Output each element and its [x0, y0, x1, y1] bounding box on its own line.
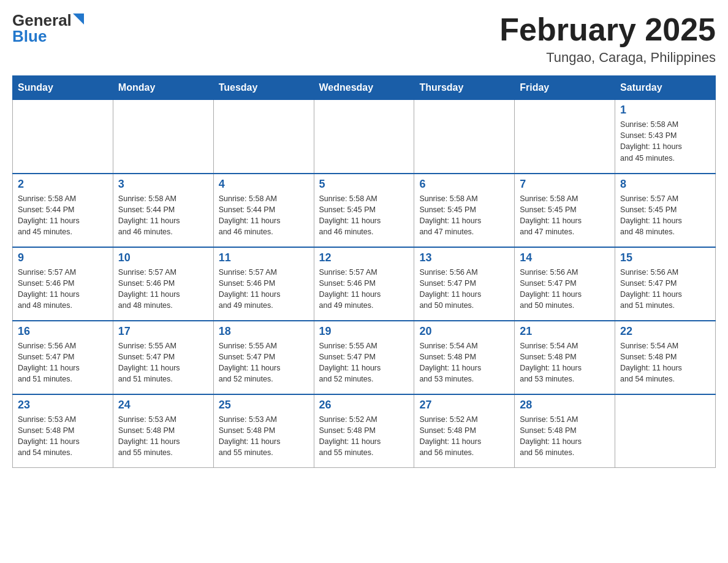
calendar-cell: [314, 100, 414, 174]
day-number: 25: [219, 399, 309, 412]
calendar-title: February 2025: [499, 12, 716, 47]
day-info: Sunrise: 5:55 AMSunset: 5:47 PMDaylight:…: [319, 340, 409, 385]
calendar-header-row: SundayMondayTuesdayWednesdayThursdayFrid…: [13, 76, 716, 100]
calendar-cell: [213, 100, 314, 174]
week-row-1: 1Sunrise: 5:58 AMSunset: 5:43 PMDaylight…: [13, 100, 716, 174]
day-info: Sunrise: 5:56 AMSunset: 5:47 PMDaylight:…: [620, 267, 710, 312]
day-info: Sunrise: 5:53 AMSunset: 5:48 PMDaylight:…: [118, 414, 208, 459]
day-number: 27: [419, 399, 509, 412]
day-info: Sunrise: 5:51 AMSunset: 5:48 PMDaylight:…: [520, 414, 610, 459]
page-header: General Blue February 2025 Tungao, Carag…: [12, 12, 716, 66]
day-number: 14: [520, 251, 610, 264]
calendar-cell: 26Sunrise: 5:52 AMSunset: 5:48 PMDayligh…: [314, 394, 414, 468]
calendar-cell: 15Sunrise: 5:56 AMSunset: 5:47 PMDayligh…: [615, 247, 716, 321]
day-number: 9: [18, 251, 108, 264]
calendar-table: SundayMondayTuesdayWednesdayThursdayFrid…: [12, 75, 716, 468]
day-number: 22: [620, 325, 710, 338]
day-number: 17: [118, 325, 208, 338]
day-info: Sunrise: 5:54 AMSunset: 5:48 PMDaylight:…: [620, 340, 710, 385]
logo-general-text: General: [12, 12, 72, 28]
calendar-cell: 20Sunrise: 5:54 AMSunset: 5:48 PMDayligh…: [414, 321, 515, 394]
week-row-3: 9Sunrise: 5:57 AMSunset: 5:46 PMDaylight…: [13, 247, 716, 321]
calendar-cell: 17Sunrise: 5:55 AMSunset: 5:47 PMDayligh…: [113, 321, 213, 394]
calendar-cell: 18Sunrise: 5:55 AMSunset: 5:47 PMDayligh…: [213, 321, 314, 394]
day-info: Sunrise: 5:52 AMSunset: 5:48 PMDaylight:…: [419, 414, 509, 459]
calendar-location: Tungao, Caraga, Philippines: [499, 50, 716, 66]
day-number: 20: [419, 325, 509, 338]
day-number: 28: [520, 399, 610, 412]
day-number: 13: [419, 251, 509, 264]
svg-marker-0: [73, 13, 84, 25]
calendar-cell: 24Sunrise: 5:53 AMSunset: 5:48 PMDayligh…: [113, 394, 213, 468]
day-number: 23: [18, 399, 108, 412]
calendar-cell: 27Sunrise: 5:52 AMSunset: 5:48 PMDayligh…: [414, 394, 515, 468]
calendar-cell: 10Sunrise: 5:57 AMSunset: 5:46 PMDayligh…: [113, 247, 213, 321]
day-number: 10: [118, 251, 208, 264]
calendar-cell: 19Sunrise: 5:55 AMSunset: 5:47 PMDayligh…: [314, 321, 414, 394]
logo: General Blue: [12, 12, 84, 44]
day-header-saturday: Saturday: [615, 76, 716, 100]
day-header-thursday: Thursday: [414, 76, 515, 100]
day-header-wednesday: Wednesday: [314, 76, 414, 100]
calendar-cell: 6Sunrise: 5:58 AMSunset: 5:45 PMDaylight…: [414, 174, 515, 247]
day-info: Sunrise: 5:58 AMSunset: 5:45 PMDaylight:…: [319, 193, 409, 238]
day-header-monday: Monday: [113, 76, 213, 100]
calendar-cell: 12Sunrise: 5:57 AMSunset: 5:46 PMDayligh…: [314, 247, 414, 321]
day-number: 3: [118, 178, 208, 191]
week-row-4: 16Sunrise: 5:56 AMSunset: 5:47 PMDayligh…: [13, 321, 716, 394]
calendar-cell: 7Sunrise: 5:58 AMSunset: 5:45 PMDaylight…: [515, 174, 615, 247]
week-row-5: 23Sunrise: 5:53 AMSunset: 5:48 PMDayligh…: [13, 394, 716, 468]
day-info: Sunrise: 5:57 AMSunset: 5:46 PMDaylight:…: [319, 267, 409, 312]
calendar-cell: 13Sunrise: 5:56 AMSunset: 5:47 PMDayligh…: [414, 247, 515, 321]
calendar-cell: 21Sunrise: 5:54 AMSunset: 5:48 PMDayligh…: [515, 321, 615, 394]
day-info: Sunrise: 5:55 AMSunset: 5:47 PMDaylight:…: [118, 340, 208, 385]
week-row-2: 2Sunrise: 5:58 AMSunset: 5:44 PMDaylight…: [13, 174, 716, 247]
day-number: 6: [419, 178, 509, 191]
day-info: Sunrise: 5:56 AMSunset: 5:47 PMDaylight:…: [419, 267, 509, 312]
calendar-cell: 25Sunrise: 5:53 AMSunset: 5:48 PMDayligh…: [213, 394, 314, 468]
day-number: 1: [620, 104, 710, 117]
day-info: Sunrise: 5:54 AMSunset: 5:48 PMDaylight:…: [419, 340, 509, 385]
day-info: Sunrise: 5:54 AMSunset: 5:48 PMDaylight:…: [520, 340, 610, 385]
day-header-friday: Friday: [515, 76, 615, 100]
calendar-cell: [113, 100, 213, 174]
calendar-cell: 14Sunrise: 5:56 AMSunset: 5:47 PMDayligh…: [515, 247, 615, 321]
day-number: 15: [620, 251, 710, 264]
calendar-cell: 8Sunrise: 5:57 AMSunset: 5:45 PMDaylight…: [615, 174, 716, 247]
calendar-cell: 11Sunrise: 5:57 AMSunset: 5:46 PMDayligh…: [213, 247, 314, 321]
calendar-cell: 4Sunrise: 5:58 AMSunset: 5:44 PMDaylight…: [213, 174, 314, 247]
day-number: 7: [520, 178, 610, 191]
day-number: 21: [520, 325, 610, 338]
calendar-cell: [615, 394, 716, 468]
day-number: 16: [18, 325, 108, 338]
logo-blue-text: Blue: [12, 28, 47, 44]
day-info: Sunrise: 5:58 AMSunset: 5:45 PMDaylight:…: [419, 193, 509, 238]
day-info: Sunrise: 5:58 AMSunset: 5:44 PMDaylight:…: [219, 193, 309, 238]
day-info: Sunrise: 5:56 AMSunset: 5:47 PMDaylight:…: [520, 267, 610, 312]
calendar-cell: 5Sunrise: 5:58 AMSunset: 5:45 PMDaylight…: [314, 174, 414, 247]
calendar-cell: 9Sunrise: 5:57 AMSunset: 5:46 PMDaylight…: [13, 247, 113, 321]
day-number: 11: [219, 251, 309, 264]
calendar-cell: [414, 100, 515, 174]
day-info: Sunrise: 5:57 AMSunset: 5:46 PMDaylight:…: [18, 267, 108, 312]
day-info: Sunrise: 5:52 AMSunset: 5:48 PMDaylight:…: [319, 414, 409, 459]
day-info: Sunrise: 5:55 AMSunset: 5:47 PMDaylight:…: [219, 340, 309, 385]
day-number: 19: [319, 325, 409, 338]
day-number: 24: [118, 399, 208, 412]
calendar-cell: 2Sunrise: 5:58 AMSunset: 5:44 PMDaylight…: [13, 174, 113, 247]
calendar-cell: 28Sunrise: 5:51 AMSunset: 5:48 PMDayligh…: [515, 394, 615, 468]
day-number: 18: [219, 325, 309, 338]
calendar-cell: 3Sunrise: 5:58 AMSunset: 5:44 PMDaylight…: [113, 174, 213, 247]
day-header-sunday: Sunday: [13, 76, 113, 100]
day-number: 2: [18, 178, 108, 191]
day-info: Sunrise: 5:53 AMSunset: 5:48 PMDaylight:…: [219, 414, 309, 459]
calendar-cell: 16Sunrise: 5:56 AMSunset: 5:47 PMDayligh…: [13, 321, 113, 394]
calendar-cell: 1Sunrise: 5:58 AMSunset: 5:43 PMDaylight…: [615, 100, 716, 174]
title-block: February 2025 Tungao, Caraga, Philippine…: [499, 12, 716, 66]
calendar-cell: 23Sunrise: 5:53 AMSunset: 5:48 PMDayligh…: [13, 394, 113, 468]
day-number: 4: [219, 178, 309, 191]
calendar-cell: [13, 100, 113, 174]
calendar-cell: 22Sunrise: 5:54 AMSunset: 5:48 PMDayligh…: [615, 321, 716, 394]
day-info: Sunrise: 5:57 AMSunset: 5:45 PMDaylight:…: [620, 193, 710, 238]
day-info: Sunrise: 5:57 AMSunset: 5:46 PMDaylight:…: [118, 267, 208, 312]
